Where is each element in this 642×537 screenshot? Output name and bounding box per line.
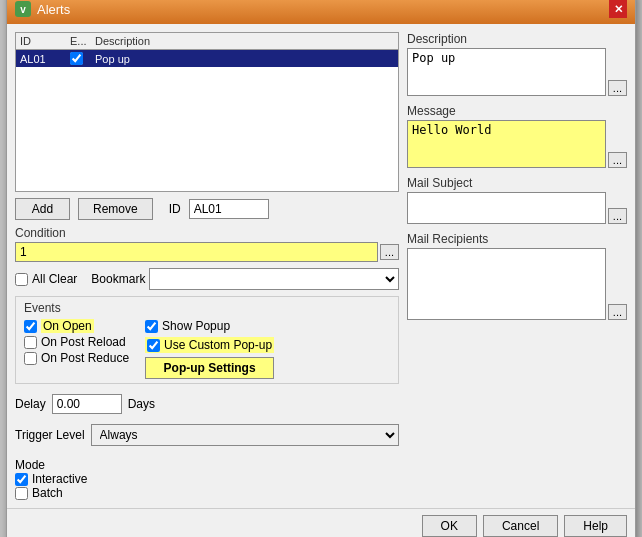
close-button[interactable]: ✕ xyxy=(609,0,627,18)
mode-section: Mode Interactive Batch xyxy=(15,458,399,500)
batch-label: Batch xyxy=(32,486,63,500)
row-description: Pop up xyxy=(95,53,394,65)
use-custom-popup-row: Use Custom Pop-up xyxy=(145,337,274,353)
delay-unit: Days xyxy=(128,397,155,411)
description-label: Description xyxy=(407,32,627,46)
mode-label: Mode xyxy=(15,458,399,472)
help-button[interactable]: Help xyxy=(564,515,627,537)
trigger-row: Trigger Level Always Once xyxy=(15,424,399,446)
add-button[interactable]: Add xyxy=(15,198,70,220)
use-custom-popup-label: Use Custom Pop-up xyxy=(164,338,272,352)
description-textarea[interactable]: Pop up xyxy=(407,48,606,96)
message-field-row: Hello World ... xyxy=(407,120,627,168)
on-post-reload-row: On Post Reload xyxy=(24,335,129,349)
message-ellipsis-button[interactable]: ... xyxy=(608,152,627,168)
mail-recipients-section: Mail Recipients ... xyxy=(407,232,627,320)
ok-button[interactable]: OK xyxy=(422,515,477,537)
use-custom-popup-checkbox[interactable] xyxy=(147,339,160,352)
row-id: AL01 xyxy=(20,53,70,65)
interactive-row: Interactive xyxy=(15,472,399,486)
right-panel: Description Pop up ... Message Hello Wor… xyxy=(407,32,627,500)
mail-subject-label: Mail Subject xyxy=(407,176,627,190)
description-field-row: Pop up ... xyxy=(407,48,627,96)
on-open-checkbox[interactable] xyxy=(24,320,37,333)
on-open-label: On Open xyxy=(41,319,94,333)
condition-section: Condition ... xyxy=(15,226,399,262)
condition-ellipsis-button[interactable]: ... xyxy=(380,244,399,260)
on-post-reload-label: On Post Reload xyxy=(41,335,126,349)
message-textarea[interactable]: Hello World xyxy=(407,120,606,168)
title-bar-left: v Alerts xyxy=(15,1,70,17)
condition-input[interactable] xyxy=(15,242,378,262)
all-clear-checkbox[interactable] xyxy=(15,273,28,286)
show-popup-row: Show Popup xyxy=(145,319,274,333)
mail-subject-ellipsis-button[interactable]: ... xyxy=(608,208,627,224)
col-header-desc: Description xyxy=(95,35,394,47)
on-post-reduce-row: On Post Reduce xyxy=(24,351,129,365)
col-header-id: ID xyxy=(20,35,70,47)
bookmark-section: All Clear Bookmark xyxy=(15,268,399,290)
delay-row: Delay Days xyxy=(15,394,399,414)
delay-input[interactable] xyxy=(52,394,122,414)
mail-subject-section: Mail Subject ... xyxy=(407,176,627,224)
mail-subject-field-row: ... xyxy=(407,192,627,224)
events-body: On Open On Post Reload On Post Reduce xyxy=(24,319,390,379)
description-section: Description Pop up ... xyxy=(407,32,627,96)
all-clear-label: All Clear xyxy=(32,272,77,286)
mail-recipients-label: Mail Recipients xyxy=(407,232,627,246)
events-left: On Open On Post Reload On Post Reduce xyxy=(24,319,129,379)
alerts-table: ID E... Description AL01 Pop up xyxy=(15,32,399,192)
trigger-label: Trigger Level xyxy=(15,428,85,442)
table-header: ID E... Description xyxy=(16,33,398,50)
window-title: Alerts xyxy=(37,2,70,17)
message-label: Message xyxy=(407,104,627,118)
toolbar-row: Add Remove ID xyxy=(15,198,399,220)
title-bar: v Alerts ✕ xyxy=(7,0,635,24)
delay-label: Delay xyxy=(15,397,46,411)
trigger-select[interactable]: Always Once xyxy=(91,424,399,446)
bottom-bar: OK Cancel Help xyxy=(7,508,635,537)
row-enabled xyxy=(70,52,95,65)
app-icon: v xyxy=(15,1,31,17)
on-post-reload-checkbox[interactable] xyxy=(24,336,37,349)
on-post-reduce-label: On Post Reduce xyxy=(41,351,129,365)
table-row[interactable]: AL01 Pop up xyxy=(16,50,398,67)
events-section: Events On Open On Post Reload xyxy=(15,296,399,384)
all-clear-row: All Clear Bookmark xyxy=(15,268,399,290)
mail-recipients-field-row: ... xyxy=(407,248,627,320)
bookmark-label: Bookmark xyxy=(91,272,145,286)
alerts-window: v Alerts ✕ ID E... Description AL01 P xyxy=(6,0,636,537)
batch-row: Batch xyxy=(15,486,399,500)
mail-subject-textarea[interactable] xyxy=(407,192,606,224)
interactive-label: Interactive xyxy=(32,472,87,486)
interactive-checkbox[interactable] xyxy=(15,473,28,486)
condition-label: Condition xyxy=(15,226,399,240)
events-label: Events xyxy=(24,301,390,315)
condition-row: ... xyxy=(15,242,399,262)
col-header-enabled: E... xyxy=(70,35,95,47)
popup-settings-button[interactable]: Pop-up Settings xyxy=(145,357,274,379)
events-right: Show Popup Use Custom Pop-up Pop-up Sett… xyxy=(145,319,274,379)
show-popup-checkbox[interactable] xyxy=(145,320,158,333)
bookmark-select[interactable] xyxy=(149,268,399,290)
on-open-row: On Open xyxy=(24,319,129,333)
id-label: ID xyxy=(169,202,181,216)
window-body: ID E... Description AL01 Pop up Add Remo… xyxy=(7,24,635,508)
cancel-button[interactable]: Cancel xyxy=(483,515,558,537)
row-enabled-checkbox[interactable] xyxy=(70,52,83,65)
on-post-reduce-checkbox[interactable] xyxy=(24,352,37,365)
show-popup-label: Show Popup xyxy=(162,319,230,333)
mail-recipients-ellipsis-button[interactable]: ... xyxy=(608,304,627,320)
description-ellipsis-button[interactable]: ... xyxy=(608,80,627,96)
id-input[interactable] xyxy=(189,199,269,219)
message-section: Message Hello World ... xyxy=(407,104,627,168)
mail-recipients-textarea[interactable] xyxy=(407,248,606,320)
left-panel: ID E... Description AL01 Pop up Add Remo… xyxy=(15,32,399,500)
batch-checkbox[interactable] xyxy=(15,487,28,500)
remove-button[interactable]: Remove xyxy=(78,198,153,220)
